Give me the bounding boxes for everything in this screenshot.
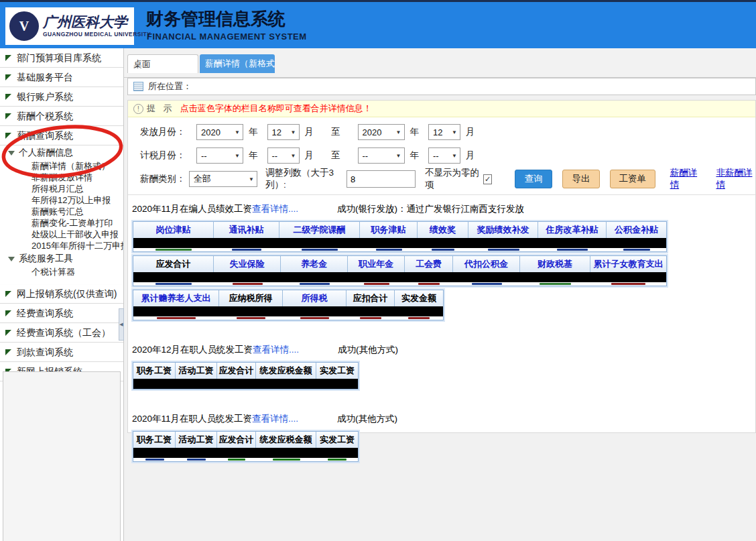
table-header-row: 岗位津贴通讯补贴二级学院课酬职务津贴绩效奖奖励绩效补发住房改革补贴公积金补贴 xyxy=(133,222,666,238)
table-header-cell[interactable]: 工会费 xyxy=(405,256,453,272)
non-salary-detail-link[interactable]: 非薪酬详情 xyxy=(716,167,755,191)
payment-status: 成功(其他方式) xyxy=(337,414,397,424)
table-header-cell[interactable]: 失业保险 xyxy=(214,256,281,272)
table-header-cell[interactable]: 二级学院课酬 xyxy=(279,222,360,238)
sidebar-item-12[interactable]: 处级以上干部收入申报 xyxy=(0,229,123,240)
chevron-down-icon: ▼ xyxy=(235,153,240,159)
view-detail-link[interactable]: 查看详情.... xyxy=(253,345,299,355)
section-title: 2020年11月在职人员统发工资 xyxy=(132,414,252,424)
chevron-down-icon: ▼ xyxy=(396,153,401,159)
sidebar-item-17[interactable]: 经费查询系统 xyxy=(0,304,123,323)
sidebar-collapse-handle[interactable]: ◀ xyxy=(119,308,124,341)
chevron-down-icon: ▼ xyxy=(291,153,296,159)
section-title-row: 2020年11月在职人员统发工资查看详情....成功(其他方式) xyxy=(132,413,755,425)
table-header-cell: 实发工资 xyxy=(316,363,358,379)
table-header-cell: 应扣合计 xyxy=(346,290,395,306)
salary-table-1-0: 职务工资活动工资应发合计统发应税金额实发工资 xyxy=(133,362,359,389)
table-header-cell[interactable]: 绩效奖 xyxy=(418,222,468,238)
table-header-cell[interactable]: 职业年金 xyxy=(348,256,405,272)
table-header-cell[interactable]: 累计子女教育支出 xyxy=(590,256,666,272)
pay-year-to-select[interactable]: 2020▼ xyxy=(358,124,405,140)
sidebar-item-11[interactable]: 薪酬变化-工资单打印 xyxy=(0,217,123,229)
salary-detail-link[interactable]: 薪酬详情 xyxy=(670,167,702,191)
sidebar-item-6[interactable]: 薪酬详情（新格式） xyxy=(0,160,123,172)
sidebar-item-14[interactable]: 系统服务工具 xyxy=(0,251,123,266)
sidebar-item-13[interactable]: 2015年年所得十二万申报 xyxy=(0,240,123,251)
section-title: 2020年12月在职人员统发工资 xyxy=(132,345,253,355)
tab-salary-detail[interactable]: 薪酬详情（新格式） × xyxy=(200,54,275,73)
sidebar-item-15[interactable]: 个税计算器 xyxy=(0,266,123,278)
sidebar-item-16[interactable]: 网上报销系统(仅供查询) xyxy=(0,284,123,304)
table-header-cell[interactable]: 通讯补贴 xyxy=(214,222,279,238)
sidebar-item-label: 个人薪酬信息 xyxy=(19,147,73,158)
table-header-cell[interactable]: 公积金补贴 xyxy=(607,222,666,238)
export-button[interactable]: 导出 xyxy=(562,170,600,188)
table-header-row: 累计赡养老人支出应纳税所得所得税应扣合计实发金额 xyxy=(133,290,443,306)
table-header-cell[interactable]: 财政税基 xyxy=(520,256,590,272)
tax-month-from-select[interactable]: --▼ xyxy=(267,147,300,164)
collapsed-triangle-icon xyxy=(5,74,11,80)
redacted-values-peek xyxy=(133,458,358,461)
sidebar-item-label: 系统服务工具 xyxy=(19,253,73,263)
tab-bar: 桌面 薪酬详情（新格式） × xyxy=(124,48,756,78)
sidebar-item-5[interactable]: 个人薪酬信息 xyxy=(0,145,123,160)
sidebar-item-18[interactable]: 经费查询系统（工会） xyxy=(0,323,123,343)
table-header-row: 职务工资活动工资应发合计统发应税金额实发工资 xyxy=(133,363,358,379)
table-header-cell: 应发合计 xyxy=(217,432,256,448)
sidebar-item-7[interactable]: 非薪酬发放详情 xyxy=(0,172,123,183)
sidebar-item-label: 经费查询系统（工会） xyxy=(17,327,111,338)
category-label: 薪酬类别： xyxy=(140,173,189,185)
sidebar-item-9[interactable]: 年所得12万以上申报 xyxy=(0,194,123,206)
expanded-triangle-icon xyxy=(8,257,15,261)
sidebar-nav: 部门预算项目库系统基础服务平台银行账户系统薪酬个税系统薪酬查询系统个人薪酬信息薪… xyxy=(0,48,124,541)
salary-section-2: 2020年11月在职人员统发工资查看详情....成功(其他方式)职务工资活动工资… xyxy=(131,413,755,465)
sidebar-item-label: 薪酬查询系统 xyxy=(17,130,73,141)
sidebar-item-8[interactable]: 所得税月汇总 xyxy=(0,183,123,194)
tax-year-from-select[interactable]: --▼ xyxy=(196,147,243,164)
sidebar-item-2[interactable]: 银行账户系统 xyxy=(0,87,123,107)
sidebar-item-label: 处级以上干部收入申报 xyxy=(32,229,119,239)
tax-year-to-select[interactable]: --▼ xyxy=(358,147,405,164)
payslip-button[interactable]: 工资单 xyxy=(610,170,655,188)
sidebar-item-19[interactable]: 到款查询系统 xyxy=(0,343,123,362)
pay-month-to-select[interactable]: 12▼ xyxy=(428,124,460,140)
sidebar-item-0[interactable]: 部门预算项目库系统 xyxy=(0,48,123,68)
sidebar-item-label: 薪酬变化-工资单打印 xyxy=(32,218,113,228)
sidebar-item-label: 网上报销系统(仅供查询) xyxy=(17,288,117,299)
sidebar-item-3[interactable]: 薪酬个税系统 xyxy=(0,107,123,126)
sidebar-item-10[interactable]: 薪酬账号汇总 xyxy=(0,206,123,217)
close-tab-icon[interactable]: × xyxy=(267,54,272,73)
table-header-cell[interactable]: 养老金 xyxy=(281,256,348,272)
sidebar-item-label: 到款查询系统 xyxy=(17,347,73,357)
hide-zero-checkbox[interactable]: ✓ xyxy=(483,174,492,184)
table-header-cell[interactable]: 所得税 xyxy=(283,290,346,306)
pay-month-from-select[interactable]: 12▼ xyxy=(267,124,300,140)
sidebar-item-label: 所得税月汇总 xyxy=(32,184,84,194)
sidebar-item-4[interactable]: 薪酬查询系统 xyxy=(0,126,123,145)
view-detail-link[interactable]: 查看详情.... xyxy=(252,414,298,424)
section-title: 2020年11月在编人员绩效工资 xyxy=(132,204,252,214)
location-icon xyxy=(133,82,143,91)
query-button[interactable]: 查询 xyxy=(515,170,552,188)
table-header-cell[interactable]: 累计赡养老人支出 xyxy=(133,290,219,306)
tab-desktop[interactable]: 桌面 xyxy=(127,54,198,73)
table-header-cell[interactable]: 代扣公积金 xyxy=(453,256,520,272)
tax-month-to-select[interactable]: --▼ xyxy=(428,147,460,164)
pay-year-from-select[interactable]: 2020▼ xyxy=(196,124,243,140)
table-header-cell[interactable]: 职务津贴 xyxy=(360,222,418,238)
salary-table-2-0: 职务工资活动工资应发合计统发应税金额实发工资 xyxy=(133,431,359,462)
hint-label: 提 示 xyxy=(147,103,175,115)
sidebar-item-1[interactable]: 基础服务平台 xyxy=(0,68,123,87)
columns-count-input[interactable] xyxy=(346,170,416,188)
table-header-cell[interactable]: 岗位津贴 xyxy=(133,222,214,238)
salary-category-select[interactable]: 全部▼ xyxy=(189,171,257,187)
table-header-cell[interactable]: 奖励绩效补发 xyxy=(468,222,538,238)
view-detail-link[interactable]: 查看详情.... xyxy=(252,204,298,214)
table-header-cell: 实发金额 xyxy=(395,290,443,306)
chevron-down-icon: ▼ xyxy=(291,129,296,135)
university-name-en: GUANGZHOU MEDICAL UNIVERSITY xyxy=(43,32,151,38)
redacted-data-row xyxy=(133,306,443,316)
sidebar-empty-panel xyxy=(3,371,121,541)
year-unit: 年 xyxy=(410,126,420,138)
table-header-cell[interactable]: 住房改革补贴 xyxy=(538,222,607,238)
